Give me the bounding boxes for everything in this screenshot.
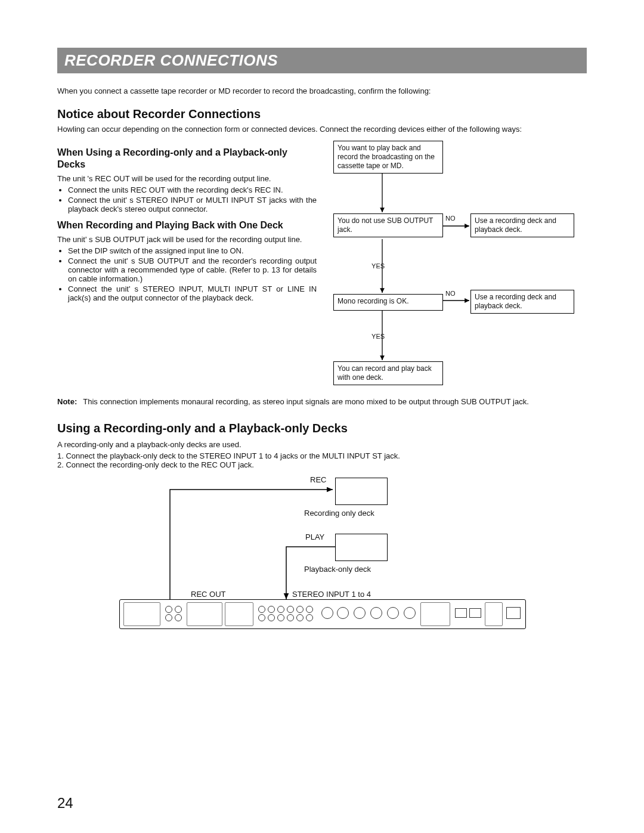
list-item: Set the DIP switch of the assigned input…: [68, 246, 317, 255]
note-label: Note:: [57, 397, 83, 406]
note-text: This connection implements monaural reco…: [83, 397, 529, 406]
flow-start-box: You want to play back and record the bro…: [333, 141, 443, 174]
stereo-input-label: STEREO INPUT 1 to 4: [292, 590, 371, 599]
flow-yes-label: YES: [371, 262, 385, 270]
flow-a1-box: Use a recording deck and playback deck.: [470, 213, 574, 237]
rec-label: REC: [310, 475, 326, 484]
recording-deck-caption: Recording only deck: [304, 509, 374, 518]
note: Note:This connection implements monaural…: [57, 397, 587, 406]
subheading-one-deck: When Recording and Playing Back with One…: [57, 219, 317, 231]
flow-no-label: NO: [445, 215, 456, 222]
paragraph: A recording-only and a playback-only dec…: [57, 440, 587, 449]
playback-deck-box: [335, 534, 388, 561]
step: 2. Connect the recording-only deck to th…: [57, 460, 587, 469]
flow-yes-label: YES: [371, 333, 385, 340]
section-using-two-decks: Using a Recording-only and a Playback-on…: [57, 422, 587, 629]
bullet-list: Connect the units REC OUT with the recor…: [68, 185, 317, 213]
paragraph: The unit' s SUB OUTPUT jack will be used…: [57, 235, 317, 244]
list-item: Connect the unit' s STEREO INPUT or MULT…: [68, 196, 317, 213]
play-label: PLAY: [305, 532, 324, 541]
flow-q1-box: You do not use SUB OUTPUT jack.: [333, 213, 443, 237]
intro-text: When you connect a cassette tape recorde…: [57, 86, 587, 95]
flow-end-box: You can record and play back with one de…: [333, 361, 443, 385]
section-heading: Notice about Recorder Connections: [57, 107, 587, 121]
flow-lines-icon: [327, 141, 590, 391]
page-number: 24: [57, 795, 73, 812]
flow-a2-box: Use a recording deck and playback deck.: [470, 290, 574, 314]
manual-page: RECORDER CONNECTIONS When you connect a …: [0, 0, 644, 833]
rear-panel-illustration: [119, 599, 526, 629]
flow-q2-box: Mono recording is OK.: [333, 294, 443, 311]
step: 1. Connect the playback-only deck to the…: [57, 451, 587, 460]
flowchart: You want to play back and record the bro…: [327, 141, 587, 391]
section-heading: Using a Recording-only and a Playback-on…: [57, 422, 587, 435]
left-column: When Using a Recording-only and a Playba…: [57, 141, 317, 308]
recording-deck-box: [335, 478, 388, 505]
playback-deck-caption: Playback-only deck: [304, 565, 371, 574]
list-item: Connect the unit' s STEREO INPUT, MULTI …: [68, 284, 317, 302]
flow-no-label: NO: [445, 290, 456, 297]
page-title-banner: RECORDER CONNECTIONS: [57, 48, 587, 73]
section-notice: Notice about Recorder Connections Howlin…: [57, 107, 587, 406]
bullet-list: Set the DIP switch of the assigned input…: [68, 246, 317, 302]
paragraph: The unit 's REC OUT will be used for the…: [57, 174, 317, 183]
list-item: Connect the unit' s SUB OUTPUT and the r…: [68, 256, 317, 283]
connection-diagram: REC Recording only deck PLAY Playback-on…: [113, 474, 531, 629]
section-lede: Howling can occur depending on the conne…: [57, 125, 587, 134]
rec-out-label: REC OUT: [191, 590, 226, 599]
subheading-recording-only: When Using a Recording-only and a Playba…: [57, 147, 317, 171]
list-item: Connect the units REC OUT with the recor…: [68, 185, 317, 194]
